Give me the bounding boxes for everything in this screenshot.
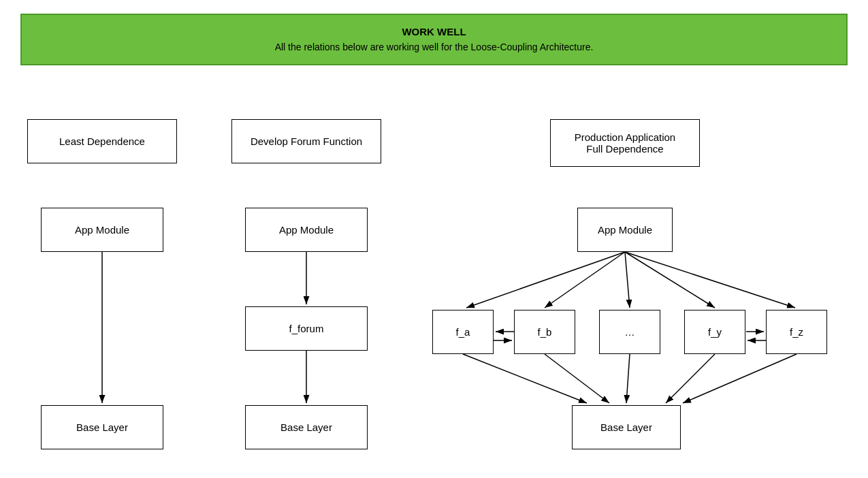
banner: WORK WELL All the relations below are wo… xyxy=(20,14,848,65)
svg-line-7 xyxy=(625,252,715,308)
svg-line-12 xyxy=(666,354,715,403)
svg-line-13 xyxy=(683,354,797,403)
diagram3-f-y: f_y xyxy=(684,310,745,354)
diagram2-f-forum: f_forum xyxy=(245,306,368,351)
diagram3-title-line2: Full Dependence xyxy=(586,143,663,155)
svg-line-5 xyxy=(545,252,625,308)
diagram2-base-layer: Base Layer xyxy=(245,405,368,449)
banner-title: WORK WELL xyxy=(35,25,833,40)
diagram3-base-layer: Base Layer xyxy=(572,405,681,449)
svg-line-11 xyxy=(626,354,630,403)
svg-line-6 xyxy=(625,252,630,308)
diagram3-f-a: f_a xyxy=(432,310,494,354)
diagram3-app-module: App Module xyxy=(577,208,673,252)
banner-subtitle: All the relations below are working well… xyxy=(35,40,833,54)
diagram3-title-line1: Production Application xyxy=(575,131,675,143)
diagram2-title: Develop Forum Function xyxy=(231,119,381,163)
diagram1-app-module: App Module xyxy=(41,208,163,252)
diagram1-base-layer: Base Layer xyxy=(41,405,163,449)
svg-line-9 xyxy=(463,354,587,403)
diagram1-title: Least Dependence xyxy=(27,119,177,163)
svg-line-4 xyxy=(466,252,625,308)
diagram3-ellipsis: … xyxy=(599,310,660,354)
diagram3-title: Production Application Full Dependence xyxy=(550,119,700,167)
svg-line-8 xyxy=(625,252,795,308)
diagram3-f-z: f_z xyxy=(766,310,827,354)
diagram2-app-module: App Module xyxy=(245,208,368,252)
diagram3-f-b: f_b xyxy=(514,310,575,354)
svg-line-10 xyxy=(545,354,609,403)
